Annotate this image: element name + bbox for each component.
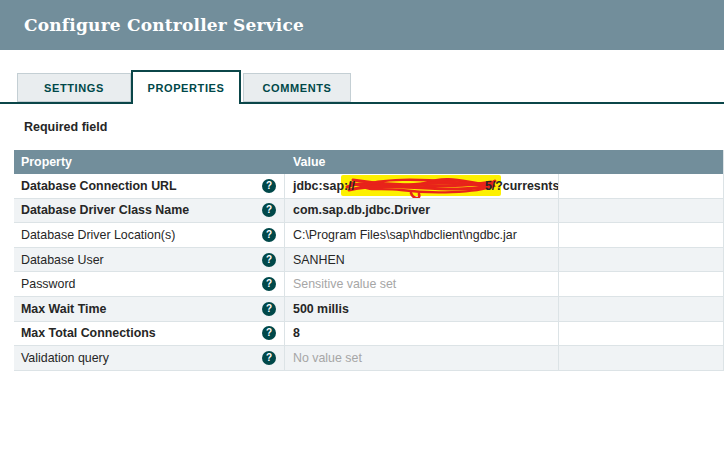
property-name: Database User [21, 253, 104, 267]
configure-controller-service-dialog: Configure Controller Service SETTINGSPRO… [0, 0, 724, 473]
table-row: Password?Sensitive value set [14, 272, 723, 297]
property-name: Database Driver Location(s) [21, 228, 175, 242]
column-header-value: Value [285, 155, 559, 169]
property-cell: Validation query? [14, 346, 285, 370]
help-icon[interactable]: ? [262, 302, 276, 316]
table-row: Database Driver Class Name?com.sap.db.jd… [14, 199, 723, 224]
property-value: Sensitive value set [293, 277, 396, 291]
property-value: com.sap.db.jdbc.Driver [293, 203, 430, 217]
tab-properties[interactable]: PROPERTIES [131, 70, 241, 104]
property-name: Max Wait Time [21, 302, 106, 316]
table-row: Max Total Connections?8 [14, 322, 723, 347]
properties-table: Property Value Database Connection URL?j… [14, 150, 724, 371]
spacer-cell [559, 346, 723, 370]
value-cell[interactable]: jdbc:sap://5/?curresntsc... [285, 174, 559, 198]
help-icon[interactable]: ? [262, 203, 276, 217]
tab-strip: SETTINGSPROPERTIESCOMMENTS [0, 70, 724, 104]
property-name: Database Driver Class Name [21, 203, 189, 217]
table-row: Database Driver Location(s)?C:\Program F… [14, 223, 723, 248]
column-header-property: Property [14, 155, 285, 169]
value-prefix: jdbc:sap:// [293, 179, 355, 193]
value-cell[interactable]: Sensitive value set [285, 272, 559, 296]
help-icon[interactable]: ? [262, 351, 276, 365]
property-name: Database Connection URL [21, 179, 177, 193]
property-value: C:\Program Files\sap\hdbclient\ngdbc.jar [293, 228, 517, 242]
spacer-cell [559, 248, 723, 272]
value-cell[interactable]: com.sap.db.jdbc.Driver [285, 199, 559, 223]
property-cell: Password? [14, 272, 285, 296]
property-value: SANHEN [293, 253, 345, 267]
value-cell[interactable]: 500 millis [285, 297, 559, 321]
tab-settings[interactable]: SETTINGS [17, 73, 131, 102]
spacer-cell [559, 223, 723, 247]
help-icon[interactable]: ? [262, 253, 276, 267]
table-body: Database Connection URL?jdbc:sap://5/?cu… [14, 174, 723, 371]
table-row: Database User?SANHEN [14, 248, 723, 273]
property-cell: Database User? [14, 248, 285, 272]
property-value: 500 millis [293, 302, 349, 316]
help-icon[interactable]: ? [262, 277, 276, 291]
table-row: Validation query?No value set [14, 346, 723, 371]
property-name: Password [21, 277, 75, 291]
property-cell: Max Wait Time? [14, 297, 285, 321]
spacer-cell [559, 297, 723, 321]
value-cell[interactable]: No value set [285, 346, 559, 370]
spacer-cell [559, 174, 723, 198]
spacer-cell [559, 322, 723, 346]
redacted-value: jdbc:sap://5/?curresntsc... [293, 174, 559, 198]
required-field-note: Required field [24, 120, 107, 134]
property-cell: Database Connection URL? [14, 174, 285, 198]
spacer-cell [559, 199, 723, 223]
help-icon[interactable]: ? [262, 228, 276, 242]
property-name: Max Total Connections [21, 326, 156, 340]
property-name: Validation query [21, 351, 109, 365]
value-cell[interactable]: 8 [285, 322, 559, 346]
table-row: Max Wait Time?500 millis [14, 297, 723, 322]
table-row: Database Connection URL?jdbc:sap://5/?cu… [14, 174, 723, 199]
dialog-title: Configure Controller Service [24, 15, 304, 35]
property-cell: Database Driver Class Name? [14, 199, 285, 223]
property-cell: Max Total Connections? [14, 322, 285, 346]
property-cell: Database Driver Location(s)? [14, 223, 285, 247]
help-icon[interactable]: ? [262, 179, 276, 193]
value-cell[interactable]: SANHEN [285, 248, 559, 272]
tab-comments[interactable]: COMMENTS [243, 73, 351, 102]
value-suffix: 5/?curresntsc... [485, 179, 559, 193]
spacer-cell [559, 272, 723, 296]
property-value: 8 [293, 326, 300, 340]
help-icon[interactable]: ? [262, 326, 276, 340]
table-header-row: Property Value [14, 150, 723, 174]
dialog-titlebar: Configure Controller Service [0, 0, 724, 50]
property-value: No value set [293, 351, 362, 365]
redaction-scribble [341, 174, 501, 198]
value-cell[interactable]: C:\Program Files\sap\hdbclient\ngdbc.jar [285, 223, 559, 247]
